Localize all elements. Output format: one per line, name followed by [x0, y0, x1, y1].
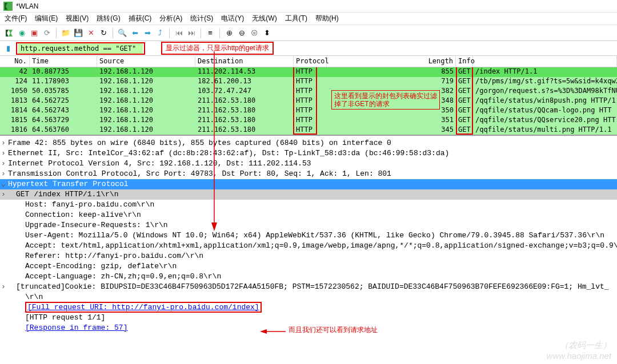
packet-row[interactable]: 181664.563760192.168.1.120211.162.53.180… [0, 126, 617, 135]
packet-column-header: No. Time Source Destination Protocol Len… [0, 56, 617, 67]
packet-row[interactable]: 12411.178903192.168.1.120182.61.200.13HT… [0, 77, 617, 87]
zoomin-icon[interactable]: ⊕ [223, 27, 235, 39]
col-destination[interactable]: Destination [195, 56, 294, 67]
detail-line[interactable]: Transmission Control Protocol, Src Port:… [0, 169, 617, 179]
jump-icon[interactable]: ⤴ [154, 27, 166, 39]
separator [113, 28, 113, 38]
packet-list[interactable]: 这里看到显示的封包列表确实过滤掉了非GET的请求 4210.887735192.… [0, 67, 617, 135]
menu-item[interactable]: 文件(F) [5, 14, 27, 23]
packet-detail-pane[interactable]: Frame 42: 855 bytes on wire (6840 bits),… [0, 135, 617, 335]
packet-row[interactable]: 181464.562743192.168.1.120211.162.53.180… [0, 106, 617, 116]
menu-item[interactable]: 无线(W) [252, 14, 277, 23]
detail-line[interactable]: User-Agent: Mozilla/5.0 (Windows NT 10.0… [0, 230, 617, 241]
stop-capture-icon[interactable]: ⟳ [41, 27, 53, 39]
detail-line[interactable]: Accept-Language: zh-CN,zh;q=0.9,en;q=0.8… [0, 272, 617, 282]
detail-line[interactable]: Accept-Encoding: gzip, deflate\r\n [0, 261, 617, 272]
packet-row[interactable]: 105050.035785192.168.1.120103.72.47.247H… [0, 87, 617, 96]
zoom11-icon[interactable]: ⦾ [249, 27, 260, 39]
col-protocol[interactable]: Protocol [294, 56, 327, 67]
open-icon[interactable]: 📁 [60, 27, 71, 39]
col-source[interactable]: Source [97, 56, 195, 67]
col-time[interactable]: Time [30, 56, 97, 67]
separator [169, 28, 170, 38]
autoscroll-icon[interactable]: ≡ [205, 27, 216, 39]
menu-item[interactable]: 电话(Y) [221, 14, 244, 23]
filter-box [16, 42, 145, 55]
col-info[interactable]: Info [456, 56, 473, 67]
detail-line[interactable]: Referer: http://fanyi-pro.baidu.com/\r\n [0, 251, 617, 261]
col-no[interactable]: No. [0, 56, 30, 67]
menu-item[interactable]: 统计(S) [190, 14, 213, 23]
annotation-list: 这里看到显示的封包列表确实过滤掉了非GET的请求 [331, 90, 440, 110]
resize-icon[interactable]: ⬍ [261, 27, 273, 39]
display-filter-input[interactable] [18, 43, 143, 54]
detail-line[interactable]: [truncated]Cookie: BIDUPSID=DE33C46B4F75… [0, 282, 617, 292]
window-title: *WLAN [16, 2, 38, 10]
filterbar: ▮ 显示过滤器，只显示http的get请求 [0, 41, 617, 56]
detail-line[interactable]: Internet Protocol Version 4, Src: 192.16… [0, 159, 617, 169]
titlebar: *WLAN [0, 0, 617, 13]
menu-item[interactable]: 分析(A) [159, 14, 182, 23]
detail-line[interactable]: Accept: text/html,application/xhtml+xml,… [0, 241, 617, 251]
menu-item[interactable]: 编辑(E) [35, 14, 58, 23]
menu-item[interactable]: 视图(V) [66, 14, 89, 23]
watermark: （农码一生） www.haojima.net [547, 340, 611, 361]
packet-row[interactable]: 4210.887735192.168.1.120111.202.114.53HT… [0, 67, 617, 77]
find-icon[interactable]: 🔍 [117, 27, 128, 39]
detail-line[interactable]: \r\n [0, 292, 617, 302]
separator [219, 28, 220, 38]
menu-item[interactable]: 帮助(H) [315, 14, 339, 23]
detail-line[interactable]: Upgrade-Insecure-Requests: 1\r\n [0, 220, 617, 230]
detail-line[interactable]: GET /index HTTP/1.1\r\n [0, 189, 617, 200]
detail-line[interactable]: Hypertext Transfer Protocol [0, 179, 617, 189]
full-request-uri[interactable]: [Full request URI: http://fanyi-pro.baid… [25, 302, 262, 313]
menu-item[interactable]: 工具(T) [285, 14, 307, 23]
menu-item[interactable]: 跳转(G) [97, 14, 120, 23]
toolbar: ◉ ▣ ⟳ 📁 💾 ✕ ↻ 🔍 ⬅ ➡ ⤴ ⏮ ⏭ ≡ ⊕ ⊖ ⦾ ⬍ [0, 25, 617, 41]
detail-line[interactable]: Frame 42: 855 bytes on wire (6840 bits),… [0, 138, 617, 148]
reload-icon[interactable]: ↻ [98, 27, 109, 39]
annotation-uri: 而且我们还可以看到请求地址 [289, 325, 378, 335]
packet-row[interactable]: 181564.563729192.168.1.120211.162.53.180… [0, 116, 617, 126]
prev-icon[interactable]: ⬅ [129, 27, 141, 39]
col-length[interactable]: Length [327, 56, 456, 67]
detail-line[interactable]: Host: fanyi-pro.baidu.com\r\n [0, 200, 617, 210]
separator [56, 28, 57, 38]
menubar: 文件(F)编辑(E)视图(V)跳转(G)捕获(C)分析(A)统计(S)电话(Y)… [0, 13, 617, 25]
detail-line[interactable]: [HTTP request 1/1] [0, 313, 617, 323]
annotation-filter: 显示过滤器，只显示http的get请求 [161, 42, 274, 55]
close-icon[interactable]: ✕ [85, 27, 97, 39]
menu-item[interactable]: 捕获(C) [129, 14, 152, 23]
next-icon[interactable]: ➡ [142, 27, 153, 39]
detail-line[interactable]: Ethernet II, Src: IntelCor_43:62:af (dc:… [0, 148, 617, 159]
capture-options-icon[interactable]: ◉ [16, 27, 27, 39]
last-icon[interactable]: ⏭ [186, 27, 197, 39]
separator [201, 28, 201, 38]
zoomout-icon[interactable]: ⊖ [236, 27, 247, 39]
first-icon[interactable]: ⏮ [173, 27, 185, 39]
bookmark-icon[interactable]: ▮ [2, 43, 14, 54]
start-capture-icon[interactable]: ▣ [29, 27, 40, 39]
detail-line[interactable]: Connection: keep-alive\r\n [0, 210, 617, 220]
packet-row[interactable]: 181364.562725192.168.1.120211.162.53.180… [0, 96, 617, 106]
app-icon [3, 2, 13, 11]
toolbar-icon[interactable] [3, 27, 15, 39]
save-icon[interactable]: 💾 [73, 27, 84, 39]
